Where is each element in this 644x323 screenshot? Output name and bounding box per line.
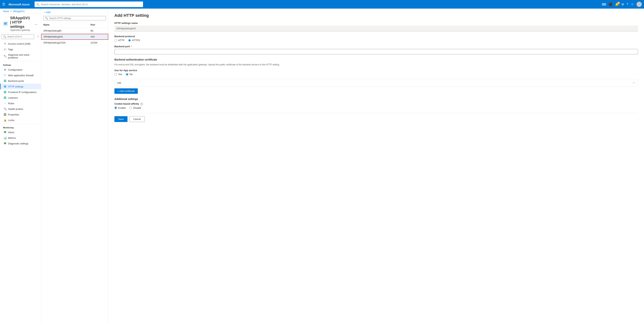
- sidebar-item-frontend-ip[interactable]: Frontend IP configurations: [0, 89, 41, 95]
- row-port: 80: [88, 28, 108, 34]
- tags-icon: 🏷: [4, 48, 6, 51]
- sidebar-item-label: Access control (IAM): [8, 42, 30, 45]
- search-bar[interactable]: 🔍: [34, 1, 143, 7]
- certificate-name: srlb: [117, 81, 121, 84]
- add-certificate-button[interactable]: + Add certificate: [114, 88, 138, 94]
- page-header: SRAppGV1 | HTTP settings Application gat…: [0, 14, 41, 33]
- sidebar-item-configuration[interactable]: ⚙ Configuration: [0, 67, 41, 72]
- content-area: + Add 🔍 Name Port: [41, 8, 644, 323]
- more-options-button[interactable]: ...: [34, 22, 38, 25]
- sidebar-search[interactable]: 🔍: [2, 34, 34, 39]
- backend-port-input[interactable]: 443: [114, 49, 638, 54]
- metrics-icon: 📊: [4, 136, 6, 139]
- settings-icon[interactable]: ⚙: [622, 2, 624, 6]
- sidebar-item-diagnostic-settings[interactable]: Diagnostic settings: [0, 141, 41, 146]
- svg-rect-17: [4, 98, 5, 99]
- table-row[interactable]: SRHttpSetting443 443: [41, 34, 108, 40]
- breadcrumb-resource[interactable]: SRAppGV1: [13, 10, 25, 13]
- use-app-service-radio-group: Yes No: [114, 73, 638, 76]
- hamburger-icon[interactable]: ☰: [2, 2, 5, 6]
- protocol-http-radio[interactable]: [114, 39, 117, 42]
- save-button[interactable]: Save: [114, 116, 128, 122]
- app-service-no-radio[interactable]: [126, 73, 128, 76]
- protocol-https-label: HTTPS: [132, 39, 140, 42]
- protocol-https-option[interactable]: HTTPS: [128, 39, 140, 42]
- health-probes-icon: 🔍: [4, 107, 6, 110]
- sidebar-item-listeners[interactable]: Listeners: [0, 95, 41, 100]
- sidebar-item-tags[interactable]: 🏷 Tags: [0, 46, 41, 52]
- list-search-input[interactable]: [49, 17, 104, 20]
- sidebar-item-label: Rules: [8, 102, 14, 105]
- svg-rect-16: [5, 97, 6, 97]
- sidebar-item-access-control[interactable]: ✕ Access control (IAM): [0, 41, 41, 46]
- sidebar-search-input[interactable]: [7, 35, 32, 38]
- svg-rect-6: [4, 81, 5, 82]
- terminal-icon[interactable]: ⌨: [602, 2, 606, 6]
- sidebar-item-rules[interactable]: ↑ Rules: [0, 100, 41, 106]
- sidebar-item-waf[interactable]: 🛡 Web application firewall: [0, 72, 41, 78]
- collapse-button[interactable]: 《: [35, 34, 40, 39]
- col-header-port: Port: [88, 22, 108, 28]
- table-row[interactable]: SRHttpSetting22334 22334: [41, 40, 108, 46]
- sidebar-item-label: Web application firewall: [8, 74, 34, 77]
- frontend-ip-icon: [4, 91, 6, 94]
- help-icon[interactable]: ?: [626, 2, 628, 6]
- sidebar-item-label: Health probes: [8, 108, 23, 110]
- breadcrumb-home[interactable]: Home: [3, 10, 9, 13]
- cancel-button[interactable]: Cancel: [129, 116, 145, 122]
- sidebar-item-properties[interactable]: Properties: [0, 112, 41, 117]
- rules-icon: ↑: [4, 102, 6, 105]
- app-service-no-label: No: [130, 73, 133, 76]
- app-service-yes-option[interactable]: Yes: [114, 73, 122, 76]
- add-button[interactable]: + Add: [44, 11, 50, 14]
- row-name: SRHttpSetting443: [41, 34, 88, 40]
- svg-rect-21: [4, 115, 5, 116]
- locks-icon: 🔒: [4, 119, 6, 122]
- affinity-enable-option[interactable]: Enable: [114, 106, 126, 109]
- svg-rect-10: [4, 87, 6, 87]
- affinity-enable-radio[interactable]: [114, 106, 117, 109]
- smiley-icon[interactable]: ☺: [631, 2, 634, 6]
- additional-settings-title: Additional settings: [114, 97, 638, 101]
- cookie-affinity-group: Cookie-based affinity i Enable Disable: [114, 102, 638, 109]
- search-input[interactable]: [41, 3, 141, 6]
- protocol-https-radio[interactable]: [128, 39, 131, 42]
- sidebar-item-label: Diagnostic settings: [8, 142, 28, 145]
- affinity-disable-radio[interactable]: [129, 106, 132, 109]
- svg-rect-24: [4, 132, 6, 133]
- sidebar-item-label: Tags: [8, 48, 13, 51]
- feedback-icon[interactable]: ⬛: [609, 2, 612, 6]
- sidebar-item-alerts[interactable]: Alerts: [0, 129, 41, 135]
- settings-section-label: Settings: [0, 62, 41, 67]
- list-search[interactable]: 🔍: [43, 16, 106, 20]
- affinity-disable-option[interactable]: Disable: [129, 106, 141, 109]
- svg-rect-9: [4, 86, 6, 87]
- sidebar-search-icon: 🔍: [3, 35, 6, 38]
- table-row[interactable]: SRHttpSetting80 80: [41, 28, 108, 34]
- notification-badge: 4: [617, 2, 620, 4]
- sidebar-item-label: Metrics: [8, 137, 16, 139]
- sidebar-item-http-settings[interactable]: HTTP settings: [0, 84, 41, 89]
- sidebar-item-backend-pools[interactable]: Backend pools: [0, 78, 41, 84]
- backend-auth-cert-desc: For end-to-end SSL encryption, the backe…: [114, 63, 638, 66]
- backend-protocol-label: Backend protocol: [114, 35, 638, 38]
- sidebar-item-metrics[interactable]: 📊 Metrics: [0, 135, 41, 141]
- svg-rect-8: [4, 86, 6, 86]
- sidebar-item-label: Backend pools: [8, 80, 24, 82]
- protocol-http-option[interactable]: HTTP: [114, 39, 124, 42]
- row-name: SRHttpSetting22334: [41, 40, 88, 46]
- svg-rect-12: [5, 91, 6, 92]
- app-service-yes-radio[interactable]: [114, 73, 117, 76]
- svg-rect-11: [4, 91, 5, 92]
- http-settings-name-group: HTTP settings name SRHttpSetting443: [114, 22, 638, 31]
- sidebar-item-health-probes[interactable]: 🔍 Health probes: [0, 106, 41, 112]
- sidebar-item-diagnose[interactable]: 🔧 Diagnose and solve problems: [0, 52, 41, 60]
- sidebar-item-locks[interactable]: 🔒 Locks: [0, 117, 41, 123]
- detail-pane: Add HTTP setting HTTP settings name SRHt…: [108, 8, 644, 323]
- app-service-no-option[interactable]: No: [126, 73, 133, 76]
- notifications-icon[interactable]: 🔔 4: [615, 2, 619, 6]
- sidebar-item-label: Alerts: [8, 131, 14, 134]
- avatar[interactable]: [636, 2, 642, 7]
- cookie-affinity-info-icon[interactable]: i: [140, 103, 143, 105]
- certificate-more-button[interactable]: ···: [633, 81, 635, 84]
